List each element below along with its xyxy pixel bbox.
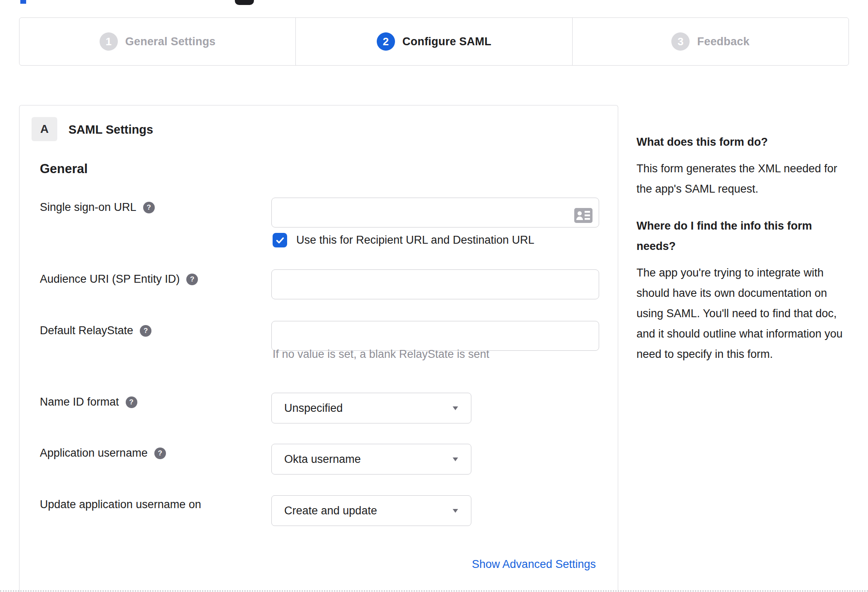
sidebar-heading: What does this form do? — [636, 132, 844, 152]
step-label: General Settings — [125, 35, 216, 48]
update-application-username-value: Create and update — [284, 504, 452, 517]
chevron-down-icon — [452, 457, 458, 462]
chevron-down-icon — [452, 509, 458, 513]
wizard-stepper: 1 General Settings 2 Configure SAML 3 Fe… — [19, 17, 849, 66]
relay-state-label-text: Default RelayState — [40, 324, 133, 337]
general-group-heading: General — [40, 161, 88, 176]
application-username-value: Okta username — [284, 453, 452, 466]
show-advanced-settings-link[interactable]: Show Advanced Settings — [271, 558, 596, 571]
application-username-dropdown[interactable]: Okta username — [271, 444, 471, 475]
step-label: Configure SAML — [402, 35, 491, 48]
recipient-url-checkbox-row: Use this for Recipient URL and Destinati… — [273, 233, 534, 247]
section-a-badge: A — [32, 117, 57, 141]
relay-state-label: Default RelayState ? — [40, 324, 151, 337]
step-label: Feedback — [697, 35, 749, 48]
sidebar-section: What does this form do? This form genera… — [636, 132, 844, 199]
sidebar-heading: Where do I find the info this form needs… — [636, 216, 844, 257]
relay-state-helper-text: If no value is set, a blank RelayState i… — [273, 348, 489, 361]
contact-card-icon[interactable] — [574, 208, 592, 223]
recipient-url-checkbox-label: Use this for Recipient URL and Destinati… — [296, 234, 534, 247]
step-number-badge: 2 — [377, 32, 395, 51]
section-title: SAML Settings — [68, 123, 153, 137]
step-number-badge: 3 — [671, 32, 690, 51]
chevron-down-icon — [452, 406, 458, 411]
audience-uri-label: Audience URI (SP Entity ID) ? — [40, 273, 198, 286]
application-username-label: Application username ? — [40, 447, 166, 460]
help-icon[interactable]: ? — [126, 396, 137, 408]
update-application-username-label: Update application username on — [40, 498, 201, 511]
update-application-username-dropdown[interactable]: Create and update — [271, 495, 471, 526]
cutoff-blue-element — [20, 0, 26, 4]
step-number-badge: 1 — [100, 32, 118, 51]
step-feedback: 3 Feedback — [572, 18, 848, 65]
sso-url-label-text: Single sign-on URL — [40, 201, 137, 214]
application-username-label-text: Application username — [40, 447, 148, 460]
help-icon[interactable]: ? — [154, 448, 166, 459]
step-general-settings: 1 General Settings — [20, 18, 295, 65]
sso-url-input[interactable] — [271, 198, 599, 228]
help-icon[interactable]: ? — [143, 202, 155, 213]
sidebar-body-text: This form generates the XML needed for t… — [636, 159, 844, 199]
help-icon[interactable]: ? — [186, 274, 198, 285]
saml-settings-panel: A SAML Settings General Single sign-on U… — [19, 105, 618, 592]
sidebar-section: Where do I find the info this form needs… — [636, 216, 844, 364]
help-sidebar: What does this form do? This form genera… — [636, 132, 844, 364]
name-id-format-dropdown[interactable]: Unspecified — [271, 393, 471, 423]
sso-url-label: Single sign-on URL ? — [40, 201, 155, 214]
help-icon[interactable]: ? — [140, 325, 151, 337]
name-id-format-value: Unspecified — [284, 402, 452, 415]
audience-uri-label-text: Audience URI (SP Entity ID) — [40, 273, 180, 286]
checkmark-icon — [275, 235, 285, 245]
name-id-format-label: Name ID format ? — [40, 396, 137, 409]
update-application-username-label-text: Update application username on — [40, 498, 201, 511]
sidebar-body-text: The app you're trying to integrate with … — [636, 263, 844, 364]
recipient-url-checkbox[interactable] — [273, 233, 287, 247]
audience-uri-input[interactable] — [271, 269, 599, 299]
name-id-format-label-text: Name ID format — [40, 396, 119, 409]
bottom-dotted-divider — [0, 590, 868, 592]
step-configure-saml: 2 Configure SAML — [295, 18, 572, 65]
cutoff-dark-icon — [235, 0, 254, 5]
relay-state-input[interactable] — [271, 321, 599, 351]
